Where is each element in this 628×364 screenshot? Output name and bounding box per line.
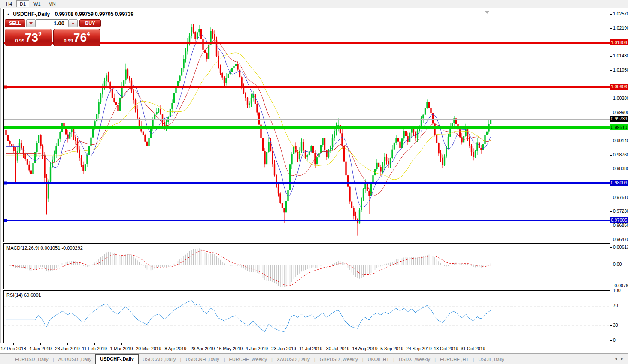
- price-badge-1.00606: 1.00606: [610, 84, 628, 90]
- axis-tick-label: 0.96850: [613, 223, 628, 228]
- axis-tick-label: 1.01430: [613, 53, 628, 58]
- axis-tick-mark: [610, 240, 612, 240]
- rsi-pane: RSI(14) 60.6001: [3, 290, 610, 343]
- trade-controls-row: SELL BUY: [5, 19, 102, 27]
- pane-splitter-macd-rsi[interactable]: [3, 289, 610, 290]
- axis-tick-mark: [610, 198, 612, 198]
- support-line-0.98009[interactable]: [4, 182, 610, 184]
- line-handle[interactable]: [4, 86, 7, 89]
- axis-tick-mark: [610, 211, 612, 212]
- volume-decrease-button[interactable]: [26, 19, 36, 27]
- chart-tab-eurchf-weekly[interactable]: EURCHF-,Weekly: [225, 355, 271, 364]
- time-tick-mark: [365, 343, 365, 345]
- axis-tick-mark: [610, 325, 612, 326]
- axis-tick-mark: [610, 14, 612, 15]
- sell-button[interactable]: SELL: [5, 19, 25, 27]
- support-line-0.99510[interactable]: [4, 126, 610, 129]
- time-tick-mark: [121, 343, 122, 345]
- buy-price-pip: 4: [87, 30, 90, 37]
- chart-tab-eurchf-h1[interactable]: EURCHF-,H1: [436, 355, 473, 364]
- chart-title: ▲ USDCHF-,Daily 0.99708 0.99759 0.99705 …: [6, 11, 133, 17]
- line-handle[interactable]: [4, 182, 7, 185]
- axis-tick-mark: [610, 306, 612, 306]
- axis-tick-mark: [610, 169, 612, 169]
- timeframe-button-h4[interactable]: H4: [3, 0, 15, 7]
- chart-tab-xauusd-daily[interactable]: XAUUSD-,Daily: [273, 355, 314, 364]
- chart-tab-ukoil-h1[interactable]: UKOil-,H1: [364, 355, 393, 364]
- axis-tick-mark: [610, 56, 612, 57]
- metatrader-terminal: H4D1W1MN ▲ USDCHF-,Daily 0.99708 0.99759…: [0, 0, 628, 364]
- axis-tick-label: 0.97610: [613, 195, 628, 200]
- ohlc-values: 0.99708 0.99759 0.99705 0.99739: [55, 11, 134, 17]
- macd-label: MACD(12,26,9) 0.001051 -0.000292: [6, 245, 83, 250]
- rsi-canvas: [4, 291, 610, 343]
- buy-price-big: 76: [73, 30, 87, 45]
- timeframe-buttons: H4D1W1MN: [3, 0, 60, 7]
- axis-tick-mark: [610, 141, 612, 141]
- chart-tabs: EURUSD-,Daily|AUDUSD-,DailyUSDCHF-,Daily…: [11, 354, 508, 364]
- tabs-scroll-left-icon[interactable]: ◂: [613, 356, 619, 361]
- chart-tab-usoil-daily[interactable]: USOil-,Daily: [474, 355, 508, 364]
- volume-increase-button[interactable]: [68, 19, 78, 27]
- time-tick-mark: [40, 343, 41, 345]
- one-click-trading-panel: SELL BUY 0.99 73 9 0.99 76 4: [5, 19, 102, 46]
- axis-tick-mark: [610, 155, 612, 156]
- buy-price-tile[interactable]: 0.99 76 4: [53, 29, 100, 46]
- time-tick-label: 31 Oct 2019: [455, 346, 491, 351]
- volume-input[interactable]: [36, 19, 68, 27]
- trade-price-row: 0.99 73 9 0.99 76 4: [5, 29, 102, 46]
- chart-tab-usdcad-daily[interactable]: USDCAD-,Daily: [139, 355, 180, 364]
- toolbar-separator: [63, 1, 63, 7]
- chart-shift-marker-icon[interactable]: [485, 11, 490, 14]
- axis-tick-label: 0.98760: [613, 152, 628, 157]
- timeframe-button-w1[interactable]: W1: [30, 0, 44, 7]
- triangle-up-icon: [71, 22, 75, 24]
- axis-tick-mark: [610, 28, 612, 29]
- time-axis: 17 Dec 20184 Jan 201923 Jan 201911 Feb 2…: [0, 343, 610, 353]
- axis-tick-label: 0: [613, 337, 616, 343]
- price-badge-1.01806: 1.01806: [610, 39, 628, 45]
- chart-tab-usdx-weekly[interactable]: USDX-,Weekly: [395, 355, 434, 364]
- price-pane: ▲ USDCHF-,Daily 0.99708 0.99759 0.99705 …: [3, 9, 610, 242]
- axis-tick-label: 1.02570: [613, 11, 628, 16]
- axis-tick-mark: [610, 291, 612, 291]
- axis-tick-label: 70: [613, 303, 618, 308]
- timeframe-button-d1[interactable]: D1: [16, 0, 29, 7]
- collapse-arrow-icon[interactable]: ▲: [6, 12, 10, 16]
- sell-price-tile[interactable]: 0.99 73 9: [5, 29, 52, 46]
- time-tick-mark: [311, 343, 311, 345]
- axis-tick-label: 0.00613: [613, 244, 628, 250]
- sell-price-big: 73: [25, 30, 38, 45]
- axis-tick-label: 1.01050: [613, 67, 628, 72]
- support-line-0.97005[interactable]: [4, 220, 610, 221]
- chart-tab-gbpusd-weekly[interactable]: GBPUSD-,Weekly: [316, 355, 362, 364]
- line-handle[interactable]: [4, 219, 7, 222]
- tabs-scroll-right-icon[interactable]: ▸: [619, 356, 625, 361]
- axis-tick-label: 1.00280: [613, 96, 628, 101]
- price-badge-0.97005: 0.97005: [610, 217, 628, 223]
- buy-button[interactable]: BUY: [79, 19, 101, 27]
- symbol-title: USDCHF-,Daily: [13, 11, 50, 17]
- axis-tick-mark: [610, 70, 612, 71]
- time-tick-mark: [149, 343, 149, 345]
- axis-tick-mark: [610, 286, 612, 286]
- timeframe-toolbar: H4D1W1MN: [0, 0, 628, 8]
- sell-price-prefix: 0.99: [15, 38, 24, 43]
- macd-canvas: [4, 244, 610, 289]
- sell-price-pip: 9: [38, 30, 41, 37]
- chart-tab-usdchf-daily[interactable]: USDCHF-,Daily: [95, 354, 139, 364]
- resistance-line-1.00606[interactable]: [4, 86, 610, 88]
- time-tick-mark: [446, 343, 446, 345]
- chart-tab-eurusd-daily[interactable]: EURUSD-,Daily: [11, 355, 52, 364]
- time-tick-mark: [284, 343, 284, 345]
- timeframe-button-mn[interactable]: MN: [45, 0, 59, 7]
- price-badge-0.99739: 0.99739: [610, 116, 628, 122]
- current-price-line: [4, 119, 610, 120]
- time-tick-mark: [230, 343, 230, 345]
- axis-tick-label: 0.96470: [613, 237, 628, 242]
- chart-tab-usdcnh-daily[interactable]: USDCNH-,Daily: [182, 355, 223, 364]
- axis-tick-label: 1.02190: [613, 25, 628, 30]
- axis-tick-label: 0.00: [613, 262, 622, 267]
- line-handle[interactable]: [4, 126, 7, 129]
- chart-tab-audusd-daily[interactable]: AUDUSD-,Daily: [54, 355, 95, 364]
